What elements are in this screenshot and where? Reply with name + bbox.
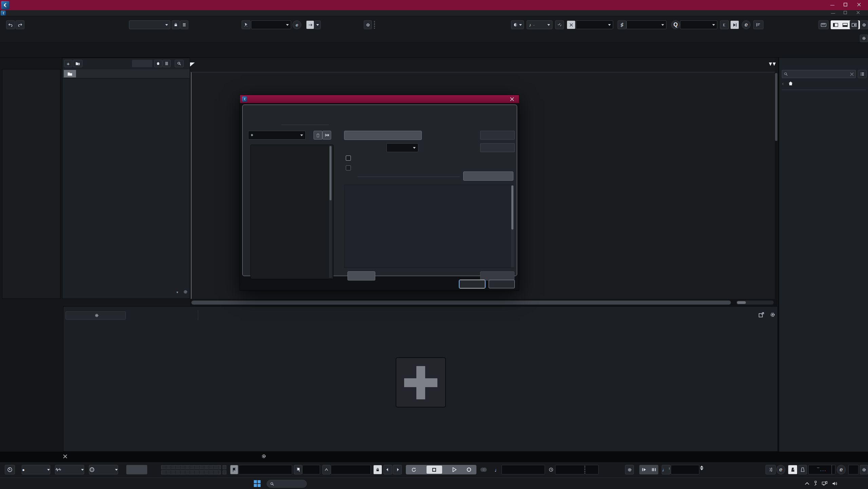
dialog-close-icon[interactable] — [510, 97, 517, 101]
play-button[interactable] — [452, 467, 457, 472]
tab-setup-gear-icon[interactable] — [261, 454, 266, 459]
minimize-button[interactable]: — — [830, 3, 835, 7]
autoscroll-button[interactable] — [306, 20, 314, 29]
record-mode-dropdown[interactable]: ● — [22, 465, 50, 474]
remove-device-trash-icon[interactable] — [314, 131, 322, 140]
add-device-dropdown[interactable]: + — [248, 131, 306, 140]
apply-button[interactable] — [480, 271, 514, 280]
track-list-gear-icon[interactable] — [183, 290, 188, 294]
externally-clocked-checkbox[interactable] — [346, 156, 351, 161]
auto-quantize-button[interactable] — [126, 465, 147, 474]
marker-jump-forward-icon[interactable] — [393, 465, 402, 474]
project-position-display[interactable] — [502, 465, 545, 474]
zone-setup-icon[interactable] — [850, 20, 858, 29]
audio-record-mode-dropdown[interactable] — [55, 465, 84, 474]
click-pattern-edit-button[interactable]: e — [837, 465, 846, 474]
close-button[interactable] — [857, 3, 862, 7]
scroll-end-marker-icon[interactable] — [769, 62, 776, 66]
usb-tray-icon[interactable] — [814, 481, 817, 486]
color-tool-dropdown[interactable] — [511, 20, 524, 29]
cycle-button[interactable] — [411, 467, 417, 472]
punch-in-icon[interactable] — [322, 465, 331, 474]
track-filter-list-icon[interactable] — [163, 60, 171, 67]
lower-zone-toggle-icon[interactable] — [843, 23, 848, 27]
nudge-dropdown[interactable]: ♪- — [527, 20, 552, 29]
hidden-icons-chevron[interactable] — [805, 482, 809, 485]
tempo-track-icon[interactable]: ♩↕ — [662, 465, 671, 474]
horizontal-scrollbar[interactable] — [190, 299, 778, 306]
project-close-button[interactable] — [856, 11, 861, 16]
track-search-icon[interactable] — [175, 60, 184, 67]
right-locator-display[interactable] — [302, 465, 320, 474]
tempo-display[interactable] — [671, 465, 699, 474]
ports-table-scrollbar-thumb[interactable] — [511, 185, 513, 230]
left-locator-display[interactable] — [239, 465, 292, 474]
constrain-delay-icon[interactable] — [5, 465, 15, 474]
reset-selection-icon[interactable] — [322, 131, 331, 140]
horizontal-scrollbar-thumb[interactable] — [191, 301, 731, 305]
cubase-logo-icon[interactable] — [1, 1, 9, 9]
project-maximize-button[interactable] — [844, 11, 848, 16]
project-start-marker-icon[interactable] — [190, 62, 195, 67]
track-row[interactable] — [62, 69, 190, 78]
add-midi-controller-tile[interactable] — [396, 357, 446, 408]
automation-mode-dropdown[interactable] — [251, 20, 291, 29]
metronome-toggle-icon[interactable] — [788, 465, 797, 474]
clear-search-icon[interactable] — [850, 72, 854, 76]
grid-type-dropdown[interactable] — [626, 20, 666, 29]
left-zone-toggle-icon[interactable] — [833, 23, 838, 27]
cancel-button[interactable] — [489, 280, 515, 288]
track-zoom-presets-icon[interactable]: ▾ — [176, 290, 182, 295]
volume-tray-icon[interactable] — [832, 481, 837, 486]
ports-reset-button[interactable] — [463, 171, 513, 181]
workspace-lock-icon[interactable] — [172, 20, 180, 29]
setup-list-icon[interactable] — [180, 20, 188, 29]
go-to-right-locator-button[interactable] — [294, 465, 302, 474]
marker-jump-back-icon[interactable] — [383, 465, 392, 474]
stop-button[interactable] — [427, 466, 442, 474]
ports-table-scrollbar[interactable] — [511, 185, 514, 268]
lock-punch-icon[interactable] — [373, 465, 382, 474]
timeline-ruler[interactable] — [190, 58, 775, 72]
midi-remote-settings-gear-icon[interactable] — [770, 312, 775, 318]
sync-edit-button[interactable]: e — [776, 465, 785, 474]
toolbar-setup-gear-icon[interactable] — [860, 20, 868, 29]
undo-button[interactable] — [6, 20, 15, 29]
redo-button[interactable] — [16, 20, 24, 29]
punch-point-display[interactable] — [331, 465, 371, 474]
project-minimize-button[interactable]: — — [831, 11, 835, 16]
snap-zero-crossing-icon[interactable] — [555, 20, 564, 29]
taskbar-search[interactable] — [267, 480, 307, 488]
device-tree-scrollbar-thumb[interactable] — [329, 146, 332, 200]
marker-settings-gear-icon[interactable] — [364, 20, 372, 29]
automation-cursor-icon[interactable] — [242, 20, 250, 29]
maximize-button[interactable] — [844, 3, 848, 7]
transport-marker-gear-icon[interactable] — [625, 465, 634, 474]
time-display[interactable] — [555, 465, 599, 474]
snap-on-off-icon[interactable] — [567, 20, 575, 29]
autoscroll-options-dropdown[interactable] — [315, 20, 321, 29]
media-list-view-icon[interactable] — [858, 70, 867, 78]
sync-icon[interactable] — [766, 465, 776, 474]
zoom-slider-handle[interactable] — [737, 301, 746, 304]
go-to-left-locator-button[interactable] — [230, 465, 238, 474]
clock-source-dropdown[interactable] — [386, 143, 418, 152]
media-back-icon[interactable]: ‹ — [780, 81, 786, 88]
dialog-title-bar[interactable] — [240, 95, 519, 103]
vertical-scrollbar-thumb[interactable] — [775, 73, 777, 141]
vertical-scrollbar[interactable] — [775, 72, 778, 299]
punch-in-toggle-icon[interactable] — [642, 468, 646, 472]
toolbar-grip[interactable] — [374, 21, 375, 29]
midi-record-mode-dropdown[interactable] — [89, 465, 118, 474]
track-home-icon[interactable] — [154, 60, 162, 67]
tempo-spinner[interactable] — [700, 466, 703, 470]
folder-track-icon[interactable] — [64, 70, 76, 77]
start-button[interactable] — [253, 479, 262, 488]
close-editor-tab-icon[interactable] — [63, 454, 67, 458]
open-midi-remote-manager-button[interactable] — [65, 311, 126, 320]
network-tray-icon[interactable] — [822, 481, 828, 486]
onscreen-keyboard-icon[interactable] — [818, 20, 829, 29]
configurations-dropdown[interactable] — [129, 20, 170, 29]
iterative-quantize-icon[interactable] — [720, 20, 729, 29]
ok-button[interactable] — [459, 280, 485, 288]
